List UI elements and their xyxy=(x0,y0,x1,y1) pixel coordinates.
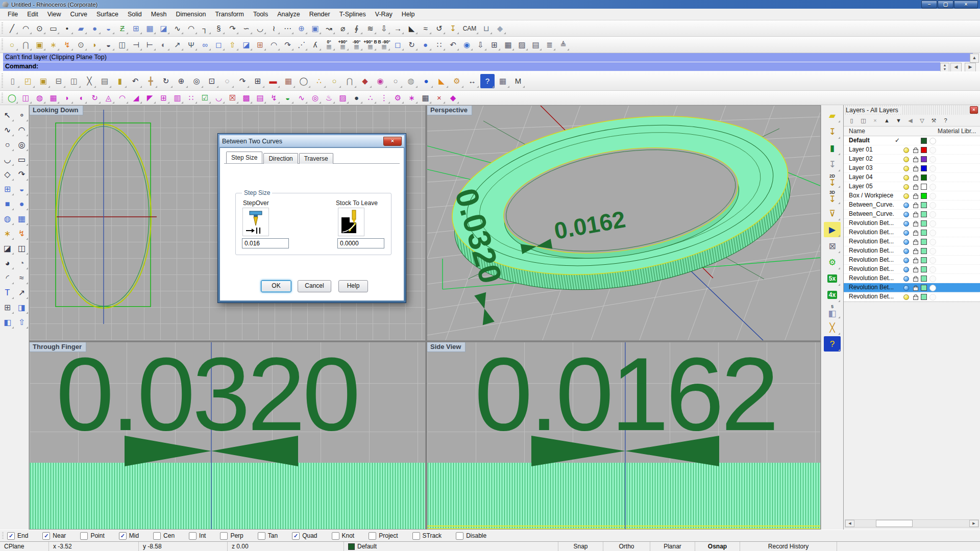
fold-doc-icon[interactable]: ◫ xyxy=(116,38,129,51)
layer-name[interactable]: Revolution Bet... xyxy=(849,246,894,255)
layer-color-swatch[interactable] xyxy=(921,257,927,263)
layer-lock-icon[interactable] xyxy=(913,250,918,254)
layer-row[interactable]: Revolution Bet... xyxy=(844,283,980,292)
ts-table-icon[interactable]: ▦ xyxy=(419,91,432,104)
zoom-extents-icon[interactable]: ◌ xyxy=(220,74,234,88)
layer-visibility-bulb-icon[interactable] xyxy=(903,221,909,227)
rectangle-icon[interactable]: ▭ xyxy=(47,22,60,35)
explode-icon[interactable]: ∗ xyxy=(47,38,60,51)
layer-lock-icon[interactable] xyxy=(913,186,918,190)
ts-sphere-cage-icon[interactable]: ◍ xyxy=(33,91,46,104)
cplane-menu[interactable]: CPlane xyxy=(0,542,49,551)
project-icon[interactable]: ⇩ xyxy=(378,22,390,35)
copy-document-icon[interactable]: ◫ xyxy=(67,74,81,88)
layer-row[interactable]: Revolution Bet... xyxy=(844,219,980,228)
current-layer-chip[interactable]: Default xyxy=(344,542,558,551)
menu-edit[interactable]: Edit xyxy=(22,9,43,19)
layer-color-swatch[interactable] xyxy=(921,239,927,245)
stepover-input[interactable] xyxy=(242,238,289,248)
drill-2d-icon[interactable]: 2D ↧ xyxy=(824,173,841,188)
power-icon[interactable]: ◯ xyxy=(6,91,18,104)
layer-color-swatch[interactable] xyxy=(921,211,927,217)
cplane-bminus90-icon[interactable]: B -90° ▦ xyxy=(378,38,390,51)
ts-bird-icon[interactable]: ◗ xyxy=(61,91,74,104)
layer-row[interactable]: Layer 01 xyxy=(844,145,980,155)
layer-lock-icon[interactable] xyxy=(913,296,918,300)
layer-lock-icon[interactable] xyxy=(913,241,918,245)
new-document-icon[interactable]: ▯ xyxy=(6,74,20,88)
menu-tools[interactable]: Tools xyxy=(249,9,273,19)
open-folder-icon[interactable]: ◰ xyxy=(21,74,35,88)
layer-name[interactable]: Revolution Bet... xyxy=(849,256,894,264)
osnap-point-checkbox[interactable] xyxy=(80,532,88,540)
move2-icon[interactable]: ↗ xyxy=(15,286,29,299)
command-scroll-left-icon[interactable]: ◀ xyxy=(950,63,962,72)
spheres-icon[interactable]: ∞ xyxy=(199,38,211,51)
layer-lock-icon[interactable] xyxy=(913,167,918,171)
boolean-icon[interactable]: ◒ xyxy=(102,38,115,51)
layer-name[interactable]: Box / Workpiece xyxy=(849,191,894,200)
layer-row[interactable]: Revolution Bet... xyxy=(844,228,980,237)
drill-bit-icon[interactable]: ↧ xyxy=(824,124,841,139)
menu-file[interactable]: File xyxy=(3,9,22,19)
osnap-knot-checkbox[interactable] xyxy=(332,532,339,540)
help-cam-icon[interactable]: ? xyxy=(824,336,841,352)
polygon-icon[interactable]: ◇ xyxy=(1,167,14,181)
drill-ellipse-icon[interactable]: ⊽ xyxy=(824,206,841,221)
menu-curve[interactable]: Curve xyxy=(66,9,92,19)
layer-visibility-bulb-icon[interactable] xyxy=(903,276,909,282)
layer-color-swatch[interactable] xyxy=(921,285,927,291)
layer-material-circle[interactable] xyxy=(929,184,936,190)
bulb2-icon[interactable]: ○ xyxy=(327,74,341,88)
layer-visibility-bulb-icon[interactable] xyxy=(903,230,909,236)
grid-points-icon[interactable]: ∷ xyxy=(433,38,446,51)
viewport-title[interactable]: Through Finger xyxy=(30,342,86,352)
help-icon[interactable]: ? xyxy=(480,74,495,88)
block-green-icon[interactable]: ▮ xyxy=(824,140,841,156)
layer-lock-icon[interactable] xyxy=(913,287,918,291)
osnap-toggle[interactable]: Osnap xyxy=(695,542,740,551)
ts-lightning-icon[interactable]: ↯ xyxy=(267,91,280,104)
osnap-end-checkbox[interactable] xyxy=(7,532,15,540)
save2-icon[interactable]: ▣ xyxy=(36,74,51,88)
layer-visibility-bulb-icon[interactable] xyxy=(903,193,909,199)
layer-visibility-bulb-icon[interactable] xyxy=(903,184,909,190)
ts-pipe-icon[interactable]: ∿ xyxy=(295,91,308,104)
layer-visibility-bulb-icon[interactable] xyxy=(903,239,909,245)
layer-color-swatch[interactable] xyxy=(921,276,927,282)
paste-icon[interactable]: ▮ xyxy=(113,74,127,88)
layer-name[interactable]: Revolution Bet... xyxy=(849,265,894,273)
diameter-icon[interactable]: ⌀ xyxy=(336,22,349,35)
menu-help[interactable]: Help xyxy=(397,9,420,19)
point-icon[interactable]: • xyxy=(61,22,74,35)
menu-view[interactable]: View xyxy=(43,9,66,19)
layer-up-icon[interactable]: ▲ xyxy=(882,116,892,126)
ts-heat-icon[interactable]: ♨ xyxy=(323,91,335,104)
ts-orb-icon[interactable]: ● xyxy=(350,91,363,104)
osnap-int-checkbox[interactable] xyxy=(189,532,197,540)
layer-visibility-bulb-icon[interactable] xyxy=(903,212,909,217)
ortho-toggle[interactable]: Ortho xyxy=(603,542,650,551)
cube-icon[interactable]: ◻ xyxy=(212,38,225,51)
layer-color-swatch[interactable] xyxy=(921,220,927,227)
loft-icon[interactable]: ◒ xyxy=(102,22,115,35)
viewport-perspective[interactable]: Perspective xyxy=(427,105,821,341)
layer-material-circle[interactable] xyxy=(929,248,936,255)
madcam-5x-badge[interactable]: 5x xyxy=(824,271,841,286)
blend2-icon[interactable]: ≈ xyxy=(15,271,29,285)
layer-visibility-bulb-icon[interactable] xyxy=(903,285,909,291)
cube-view-icon[interactable]: ◻ xyxy=(391,38,404,51)
layer-left-icon[interactable]: ◀ xyxy=(905,116,915,126)
ts-duck-icon[interactable]: ◖ xyxy=(75,91,87,104)
close-button[interactable]: × xyxy=(954,1,978,9)
layer-lock-icon[interactable] xyxy=(913,213,918,217)
viewport-through-finger[interactable]: Through Finger 0.0320 xyxy=(29,342,426,530)
film-play-icon[interactable]: ▶ xyxy=(824,222,841,237)
blend-icon[interactable]: ≈ xyxy=(419,22,432,35)
layer-color-swatch[interactable] xyxy=(921,266,927,272)
ts-cylinder-icon[interactable]: ◫ xyxy=(19,91,32,104)
flatten-left-icon[interactable]: ⊣ xyxy=(130,38,142,51)
copy-icon[interactable]: ▤ xyxy=(97,74,112,88)
layer-name[interactable]: Revolution Bet... xyxy=(849,292,894,301)
hook2-icon[interactable]: ↷ xyxy=(281,38,294,51)
